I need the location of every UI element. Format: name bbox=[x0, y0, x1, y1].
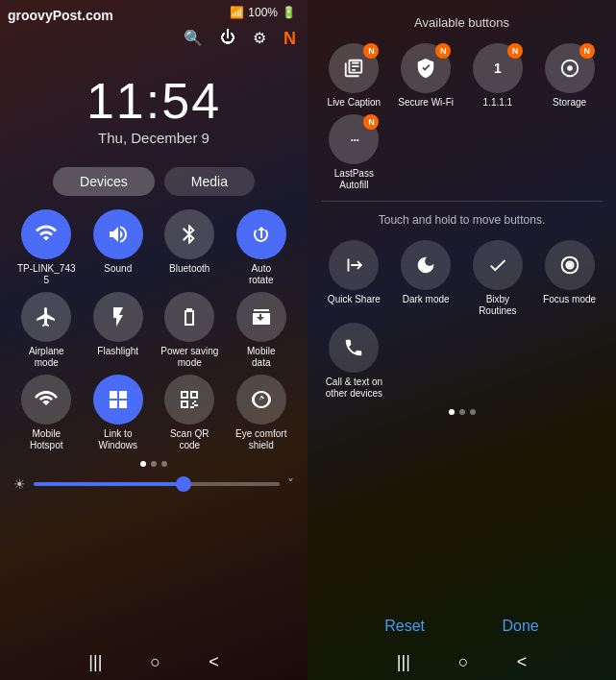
avail-lastpass[interactable]: ··· N LastPassAutofill bbox=[321, 114, 387, 191]
storage-icon-wrap: N bbox=[545, 43, 595, 93]
right-dot-1 bbox=[449, 409, 455, 415]
right-dot-2 bbox=[459, 409, 465, 415]
page-dots bbox=[0, 457, 308, 471]
done-button[interactable]: Done bbox=[503, 618, 539, 635]
airplane-icon bbox=[21, 292, 71, 342]
livecaption-icon-wrap: N bbox=[329, 43, 379, 93]
clock-area: 11:54 Thu, December 9 bbox=[0, 53, 308, 159]
dns-label: 1.1.1.1 bbox=[483, 97, 513, 109]
active-buttons-grid: Quick Share Dark mode BixbyRoutines Focu… bbox=[308, 236, 616, 403]
right-nav-bar: ||| ○ < bbox=[308, 643, 616, 680]
securewifi-icon-wrap: N bbox=[401, 43, 451, 93]
avail-livecaption[interactable]: N Live Caption bbox=[321, 43, 387, 109]
scanqr-icon bbox=[164, 375, 214, 425]
qs-bluetooth[interactable]: Bluetooth bbox=[157, 209, 223, 286]
powersaving-label: Power savingmode bbox=[160, 346, 218, 369]
left-nav-bar: ||| ○ < bbox=[0, 641, 308, 680]
tabs-row: Devices Media bbox=[0, 159, 308, 204]
avail-storage[interactable]: N Storage bbox=[536, 43, 603, 109]
action-bar: Reset Done bbox=[308, 610, 616, 643]
avail-securewifi[interactable]: N Secure Wi-Fi bbox=[393, 43, 459, 109]
brightness-slider[interactable] bbox=[34, 482, 280, 486]
dot-2 bbox=[151, 461, 157, 467]
qs-hotspot[interactable]: MobileHotspot bbox=[13, 375, 80, 451]
right-back-icon[interactable]: < bbox=[517, 652, 528, 672]
qs-mobiledata[interactable]: Mobiledata bbox=[229, 292, 295, 369]
darkmode-icon bbox=[401, 240, 451, 290]
dot-3 bbox=[161, 461, 167, 467]
active-calltext[interactable]: Call & text onother devices bbox=[321, 323, 387, 400]
devices-tab[interactable]: Devices bbox=[53, 167, 155, 196]
right-panel: Available buttons N Live Caption N Secur… bbox=[308, 0, 616, 680]
settings-icon[interactable]: ⚙ bbox=[253, 29, 266, 49]
active-focusmode[interactable]: Focus mode bbox=[536, 240, 603, 317]
bluetooth-label: Bluetooth bbox=[169, 263, 209, 275]
status-icons: 📶 100% 🔋 bbox=[230, 6, 296, 19]
qs-eyecomfort[interactable]: Eye comfortshield bbox=[229, 375, 295, 451]
qs-linktowindows[interactable]: Link toWindows bbox=[86, 375, 152, 451]
qs-airplane[interactable]: Airplanemode bbox=[13, 292, 80, 369]
brightness-fill bbox=[34, 482, 182, 486]
brightness-row: ☀ ˅ bbox=[0, 471, 308, 498]
hotspot-icon bbox=[21, 375, 71, 425]
qs-wifi[interactable]: TP-LINK_7435 bbox=[13, 209, 80, 286]
brightness-expand-icon[interactable]: ˅ bbox=[287, 476, 294, 492]
quickshare-label: Quick Share bbox=[328, 294, 381, 305]
calltext-icon bbox=[329, 323, 379, 373]
avail-dns[interactable]: 1 N 1.1.1.1 bbox=[465, 43, 531, 109]
sound-label: Sound bbox=[104, 263, 132, 275]
right-recent-apps-icon[interactable]: ||| bbox=[397, 652, 410, 672]
brightness-thumb bbox=[176, 476, 191, 492]
reset-button[interactable]: Reset bbox=[384, 618, 425, 635]
qs-sound[interactable]: Sound bbox=[86, 209, 152, 286]
scanqr-label: Scan QRcode bbox=[170, 428, 209, 451]
autorotate-icon bbox=[236, 209, 286, 259]
eyecomfort-icon bbox=[236, 375, 286, 425]
clock-time: 11:54 bbox=[0, 72, 308, 130]
hotspot-label: MobileHotspot bbox=[30, 428, 62, 451]
hint-text: Touch and hold to move buttons. bbox=[308, 202, 616, 236]
svg-point-2 bbox=[567, 262, 573, 268]
active-darkmode[interactable]: Dark mode bbox=[393, 240, 459, 317]
clock-date: Thu, December 9 bbox=[0, 130, 308, 146]
active-bixby[interactable]: BixbyRoutines bbox=[465, 240, 531, 317]
brightness-low-icon: ☀ bbox=[13, 476, 26, 492]
qs-flashlight[interactable]: Flashlight bbox=[86, 292, 152, 369]
qs-scanqr[interactable]: Scan QRcode bbox=[157, 375, 223, 451]
battery-status: 100% bbox=[248, 6, 278, 19]
eyecomfort-label: Eye comfortshield bbox=[235, 428, 286, 451]
power-icon[interactable]: ⏻ bbox=[220, 29, 235, 49]
home-icon[interactable]: ○ bbox=[150, 652, 160, 672]
back-icon[interactable]: < bbox=[209, 652, 219, 672]
recent-apps-icon[interactable]: ||| bbox=[88, 652, 102, 672]
left-panel: groovyPost.com 📶 100% 🔋 🔍 ⏻ ⚙ N 11:54 Th… bbox=[0, 0, 308, 680]
right-home-icon[interactable]: ○ bbox=[458, 652, 469, 672]
media-tab[interactable]: Media bbox=[164, 167, 255, 196]
right-dots-row bbox=[308, 403, 616, 421]
active-quickshare[interactable]: Quick Share bbox=[321, 240, 387, 317]
svg-point-1 bbox=[567, 65, 573, 71]
notification-icon[interactable]: N bbox=[283, 29, 296, 49]
mobiledata-label: Mobiledata bbox=[247, 346, 275, 369]
bixby-icon bbox=[473, 240, 523, 290]
bluetooth-icon bbox=[164, 209, 214, 259]
storage-label: Storage bbox=[553, 97, 586, 109]
wifi-status-icon: 📶 bbox=[230, 6, 244, 19]
livecaption-label: Live Caption bbox=[328, 97, 382, 109]
quickshare-icon bbox=[329, 240, 379, 290]
qs-powersaving[interactable]: Power savingmode bbox=[157, 292, 223, 369]
dot-1 bbox=[140, 461, 146, 467]
autorotate-label: Autorotate bbox=[249, 263, 274, 286]
lastpass-badge: N bbox=[363, 114, 379, 130]
qs-autorotate[interactable]: Autorotate bbox=[229, 209, 295, 286]
dns-icon-wrap: 1 N bbox=[473, 43, 523, 93]
linktowindows-label: Link toWindows bbox=[98, 428, 137, 451]
top-icons-row: 🔍 ⏻ ⚙ N bbox=[0, 25, 308, 53]
bixby-label: BixbyRoutines bbox=[479, 294, 516, 317]
wifi-icon bbox=[21, 209, 71, 259]
storage-badge: N bbox=[579, 43, 595, 59]
battery-icon: 🔋 bbox=[282, 6, 296, 19]
search-icon[interactable]: 🔍 bbox=[184, 29, 203, 49]
flashlight-label: Flashlight bbox=[97, 346, 138, 357]
securewifi-label: Secure Wi-Fi bbox=[398, 97, 454, 109]
